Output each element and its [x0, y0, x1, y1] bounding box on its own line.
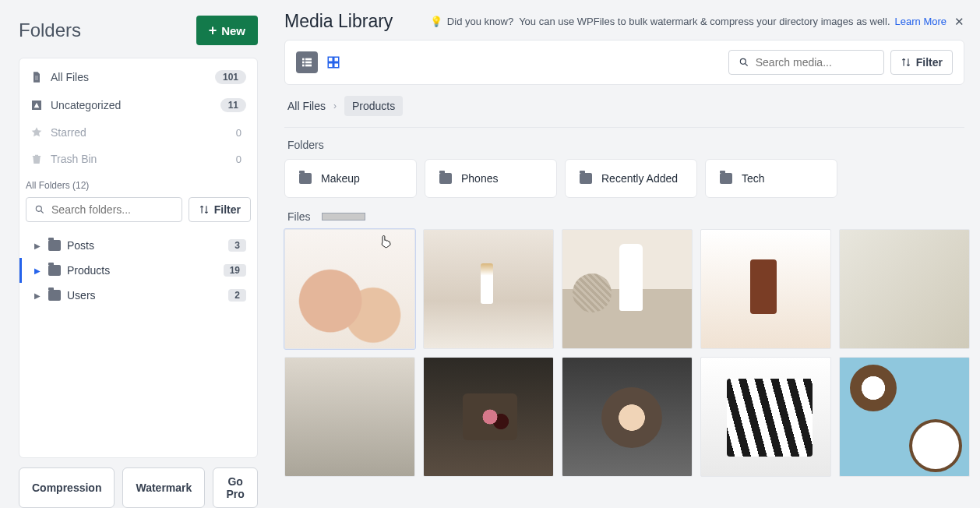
- info-banner: 💡 Did you know? You can use WPFiles to b…: [430, 15, 964, 29]
- file-thumbnail[interactable]: [423, 357, 554, 477]
- watermark-button[interactable]: Watermark: [122, 467, 205, 508]
- breadcrumb: All Files › Products: [284, 96, 964, 116]
- nav-label: Starred: [51, 126, 86, 139]
- learn-more-link[interactable]: Learn More: [895, 16, 947, 27]
- trash-icon: [30, 153, 43, 165]
- nav-starred[interactable]: Starred 0: [19, 119, 257, 146]
- svg-line-1: [41, 211, 44, 213]
- grid-view-button[interactable]: [323, 51, 344, 73]
- selection-indicator: [322, 213, 365, 220]
- all-folders-label: All Folders (12): [19, 172, 257, 197]
- tree-count: 2: [228, 289, 246, 302]
- filter-label: Filter: [916, 56, 943, 69]
- nav-trash[interactable]: Trash Bin 0: [19, 146, 257, 172]
- folder-icon: [720, 173, 732, 184]
- search-folders-input[interactable]: [51, 203, 174, 216]
- tree-item-products[interactable]: ▶ Products 19: [19, 258, 257, 283]
- star-icon: [30, 126, 43, 139]
- compression-button[interactable]: Compression: [19, 467, 115, 508]
- folder-card-phones[interactable]: Phones: [425, 159, 557, 198]
- folder-card-label: Recently Added: [601, 172, 678, 185]
- file-thumbnail[interactable]: [700, 357, 831, 477]
- files-section-label: Files: [287, 210, 311, 223]
- folder-tree: ▶ Posts 3 ▶ Products 19 ▶: [19, 230, 257, 311]
- search-icon: [34, 203, 45, 216]
- sort-icon: [901, 57, 911, 68]
- file-thumbnail[interactable]: [700, 229, 831, 349]
- tree-count: 3: [228, 239, 246, 252]
- new-button[interactable]: + New: [196, 16, 258, 45]
- chevron-right-icon[interactable]: ▶: [34, 291, 42, 300]
- folder-icon: [48, 290, 61, 301]
- tree-item-users[interactable]: ▶ Users 2: [19, 283, 257, 308]
- file-icon: [30, 71, 43, 83]
- svg-rect-3: [305, 58, 312, 61]
- search-media-input[interactable]: [756, 56, 874, 69]
- folder-card-recently-added[interactable]: Recently Added: [565, 159, 697, 198]
- nav-label: Uncategorized: [51, 99, 121, 111]
- folder-card-label: Makeup: [321, 172, 360, 185]
- chevron-right-icon[interactable]: ▶: [34, 266, 42, 275]
- filter-folders-button[interactable]: Filter: [189, 197, 251, 222]
- svg-rect-2: [302, 58, 305, 61]
- nav-count: 0: [236, 153, 246, 165]
- divider: [284, 127, 964, 128]
- note-prefix: Did you know?: [447, 16, 513, 27]
- tree-label: Users: [67, 289, 96, 302]
- nav-count: 11: [220, 98, 246, 112]
- file-thumbnail[interactable]: [423, 229, 554, 349]
- folder-icon: [439, 173, 452, 184]
- bottom-bar: Compression Watermark Go Pro: [19, 458, 269, 508]
- tree-label: Posts: [67, 239, 94, 252]
- svg-rect-11: [334, 63, 339, 68]
- filter-media-button[interactable]: Filter: [890, 50, 953, 75]
- chevron-right-icon[interactable]: ▶: [34, 242, 42, 250]
- note-text: You can use WPFiles to bulk watermark & …: [519, 16, 890, 27]
- nav-uncategorized[interactable]: Uncategorized 11: [19, 91, 257, 119]
- folder-icon: [48, 240, 61, 251]
- nav-label: Trash Bin: [51, 153, 97, 165]
- search-icon: [739, 56, 749, 69]
- sidebar: Folders + New All Files 101 Uncategorize…: [0, 0, 269, 508]
- folder-icon: [580, 173, 592, 184]
- close-icon[interactable]: ✕: [954, 15, 964, 29]
- folder-card-makeup[interactable]: Makeup: [284, 159, 417, 198]
- file-thumbnail[interactable]: [284, 357, 415, 477]
- file-thumbnail[interactable]: [839, 357, 970, 477]
- gopro-button[interactable]: Go Pro: [213, 467, 258, 508]
- cursor-hand-icon: [379, 235, 393, 249]
- folder-icon: [48, 265, 61, 276]
- triangle-icon: [30, 99, 43, 111]
- file-thumbnail[interactable]: [839, 229, 970, 349]
- filter-label: Filter: [214, 203, 241, 216]
- file-thumbnail[interactable]: [562, 357, 693, 477]
- breadcrumb-root[interactable]: All Files: [287, 100, 326, 112]
- nav-count: 0: [236, 127, 246, 139]
- plus-icon: +: [209, 23, 217, 37]
- svg-rect-10: [328, 63, 333, 68]
- sort-icon: [199, 204, 210, 215]
- nav-label: All Files: [51, 71, 89, 83]
- nav-count: 101: [215, 70, 246, 84]
- tree-count: 19: [224, 264, 246, 277]
- file-thumbnail[interactable]: [562, 229, 693, 349]
- svg-rect-6: [302, 65, 305, 67]
- tree-item-posts[interactable]: ▶ Posts 3: [19, 233, 257, 258]
- folder-card-label: Tech: [742, 172, 765, 185]
- main: Media Library 💡 Did you know? You can us…: [269, 0, 980, 508]
- new-button-label: New: [221, 24, 245, 37]
- svg-rect-9: [334, 57, 339, 62]
- list-icon: [301, 56, 313, 69]
- nav-all-files[interactable]: All Files 101: [19, 63, 257, 91]
- file-thumbnail[interactable]: [284, 229, 415, 349]
- folders-section-label: Folders: [287, 139, 964, 151]
- files-grid: [284, 229, 964, 477]
- folder-card-tech[interactable]: Tech: [705, 159, 837, 198]
- list-view-button[interactable]: [296, 51, 318, 73]
- search-folders[interactable]: [26, 197, 182, 222]
- search-media[interactable]: [728, 50, 884, 75]
- svg-rect-8: [328, 57, 333, 62]
- sidebar-title: Folders: [19, 19, 81, 41]
- svg-rect-5: [305, 62, 312, 64]
- svg-line-13: [746, 64, 748, 66]
